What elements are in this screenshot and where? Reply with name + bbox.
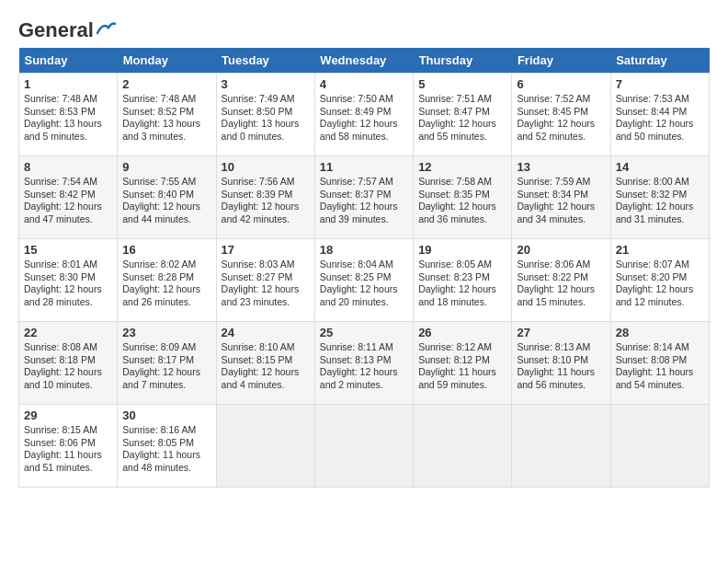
day-info: Sunset: 8:34 PM (517, 189, 605, 201)
day-number: 17 (222, 243, 310, 257)
day-number: 6 (517, 77, 605, 91)
day-info: Sunrise: 7:49 AM (222, 93, 310, 106)
day-info: Daylight: 11 hours and 59 minutes. (418, 366, 506, 391)
day-header-sunday: Sunday (19, 48, 118, 74)
logo: General (18, 18, 116, 39)
calendar-cell: 23Sunrise: 8:09 AMSunset: 8:17 PMDayligh… (118, 322, 216, 405)
day-info: Sunrise: 8:13 AM (517, 341, 605, 354)
day-info: Sunset: 8:28 PM (122, 271, 210, 284)
day-number: 7 (616, 77, 704, 91)
day-info: Daylight: 12 hours and 23 minutes. (222, 283, 310, 308)
day-info: Sunrise: 7:57 AM (320, 176, 408, 189)
day-info: Sunset: 8:32 PM (616, 189, 704, 201)
day-number: 25 (320, 326, 408, 339)
day-number: 21 (616, 243, 704, 257)
day-info: Daylight: 12 hours and 28 minutes. (24, 283, 112, 308)
day-info: Sunset: 8:52 PM (122, 106, 210, 119)
calendar-cell: 5Sunrise: 7:51 AMSunset: 8:47 PMDaylight… (414, 74, 512, 156)
day-info: Sunset: 8:23 PM (418, 271, 506, 284)
day-info: Sunset: 8:37 PM (320, 189, 408, 201)
day-info: Daylight: 12 hours and 10 minutes. (24, 366, 112, 391)
day-number: 29 (24, 408, 112, 422)
calendar-cell: 1Sunrise: 7:48 AMSunset: 8:53 PMDaylight… (19, 74, 118, 156)
day-header-tuesday: Tuesday (216, 48, 314, 74)
day-number: 26 (418, 326, 506, 339)
day-info: Sunrise: 8:12 AM (418, 341, 506, 354)
day-info: Sunrise: 8:15 AM (24, 424, 112, 437)
calendar-cell: 6Sunrise: 7:52 AMSunset: 8:45 PMDaylight… (512, 74, 610, 156)
day-info: Sunrise: 7:51 AM (418, 93, 506, 106)
day-info: Sunrise: 8:14 AM (616, 341, 704, 354)
day-info: Sunset: 8:12 PM (418, 354, 506, 367)
calendar-cell: 16Sunrise: 8:02 AMSunset: 8:28 PMDayligh… (118, 239, 216, 322)
day-info: Daylight: 13 hours and 3 minutes. (122, 118, 210, 143)
day-info: Daylight: 12 hours and 4 minutes. (222, 366, 310, 391)
day-info: Daylight: 12 hours and 20 minutes. (320, 283, 408, 308)
day-info: Sunrise: 8:16 AM (122, 424, 210, 437)
day-info: Sunrise: 7:48 AM (24, 93, 112, 106)
calendar-cell (314, 405, 413, 488)
calendar-cell (414, 405, 512, 488)
day-info: Sunrise: 8:03 AM (222, 259, 310, 271)
day-info: Sunset: 8:49 PM (320, 106, 408, 119)
day-info: Sunrise: 8:07 AM (616, 259, 704, 271)
day-info: Sunrise: 8:08 AM (24, 341, 112, 354)
day-info: Sunrise: 7:54 AM (24, 176, 112, 189)
day-info: Daylight: 12 hours and 42 minutes. (222, 201, 310, 225)
calendar-cell: 24Sunrise: 8:10 AMSunset: 8:15 PMDayligh… (216, 322, 314, 405)
day-number: 10 (222, 160, 310, 174)
day-info: Sunrise: 7:56 AM (222, 176, 310, 189)
day-info: Sunset: 8:17 PM (122, 354, 210, 367)
day-info: Daylight: 12 hours and 52 minutes. (517, 118, 605, 143)
day-number: 5 (418, 77, 506, 91)
day-info: Sunset: 8:27 PM (222, 271, 310, 284)
day-number: 9 (122, 160, 210, 174)
day-info: Sunset: 8:42 PM (24, 189, 112, 201)
calendar-cell: 4Sunrise: 7:50 AMSunset: 8:49 PMDaylight… (314, 74, 413, 156)
calendar-cell: 26Sunrise: 8:12 AMSunset: 8:12 PMDayligh… (414, 322, 512, 405)
day-number: 23 (122, 326, 210, 339)
day-info: Sunrise: 7:55 AM (122, 176, 210, 189)
day-info: Sunset: 8:06 PM (24, 437, 112, 450)
calendar-cell: 2Sunrise: 7:48 AMSunset: 8:52 PMDaylight… (118, 74, 216, 156)
logo-bird-icon (96, 20, 116, 37)
day-info: Daylight: 12 hours and 50 minutes. (616, 118, 704, 143)
day-info: Sunrise: 7:50 AM (320, 93, 408, 106)
day-info: Daylight: 12 hours and 39 minutes. (320, 201, 408, 225)
day-info: Daylight: 12 hours and 36 minutes. (418, 201, 506, 225)
day-header-friday: Friday (512, 48, 610, 74)
day-number: 28 (616, 326, 704, 339)
day-info: Sunrise: 7:59 AM (517, 176, 605, 189)
day-info: Sunrise: 8:01 AM (24, 259, 112, 271)
day-info: Sunset: 8:20 PM (616, 271, 704, 284)
calendar-cell (216, 405, 314, 488)
calendar-cell: 17Sunrise: 8:03 AMSunset: 8:27 PMDayligh… (216, 239, 314, 322)
day-info: Sunset: 8:53 PM (24, 106, 112, 119)
day-header-thursday: Thursday (414, 48, 512, 74)
day-number: 3 (222, 77, 310, 91)
day-info: Sunrise: 8:10 AM (222, 341, 310, 354)
calendar-cell (610, 405, 709, 488)
day-number: 16 (122, 243, 210, 257)
calendar-cell: 19Sunrise: 8:05 AMSunset: 8:23 PMDayligh… (414, 239, 512, 322)
day-info: Sunset: 8:25 PM (320, 271, 408, 284)
day-info: Sunset: 8:50 PM (222, 106, 310, 119)
day-info: Daylight: 11 hours and 54 minutes. (616, 366, 704, 391)
day-info: Daylight: 12 hours and 12 minutes. (616, 283, 704, 308)
day-info: Daylight: 12 hours and 47 minutes. (24, 201, 112, 225)
day-info: Daylight: 11 hours and 48 minutes. (122, 449, 210, 474)
calendar-header: SundayMondayTuesdayWednesdayThursdayFrid… (19, 48, 710, 74)
day-info: Sunrise: 7:52 AM (517, 93, 605, 106)
day-number: 1 (24, 77, 112, 91)
day-info: Sunset: 8:40 PM (122, 189, 210, 201)
day-info: Daylight: 12 hours and 18 minutes. (418, 283, 506, 308)
day-info: Sunset: 8:35 PM (418, 189, 506, 201)
calendar-cell: 10Sunrise: 7:56 AMSunset: 8:39 PMDayligh… (216, 156, 314, 239)
calendar-week-5: 29Sunrise: 8:15 AMSunset: 8:06 PMDayligh… (19, 405, 710, 488)
day-info: Sunset: 8:44 PM (616, 106, 704, 119)
day-info: Daylight: 13 hours and 5 minutes. (24, 118, 112, 143)
calendar-week-2: 8Sunrise: 7:54 AMSunset: 8:42 PMDaylight… (19, 156, 710, 239)
calendar-cell: 14Sunrise: 8:00 AMSunset: 8:32 PMDayligh… (610, 156, 709, 239)
day-info: Sunset: 8:10 PM (517, 354, 605, 367)
day-info: Sunrise: 7:48 AM (122, 93, 210, 106)
